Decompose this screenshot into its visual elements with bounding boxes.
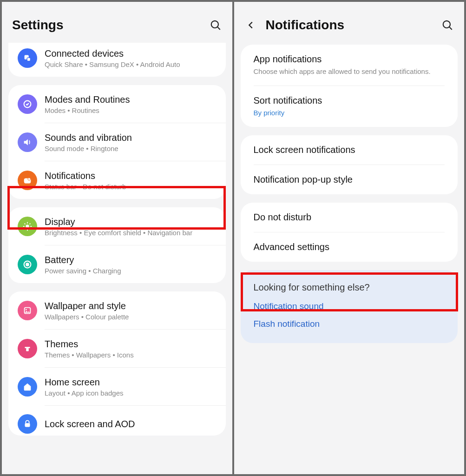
svg-line-15: [30, 223, 31, 224]
help-link-sound[interactable]: Notification sound: [254, 301, 445, 311]
settings-panel: Settings Connected devices Quick Share •…: [2, 2, 232, 474]
page-title: Notifications: [266, 18, 441, 33]
notifications-header: Notifications: [241, 8, 458, 45]
battery-icon: [18, 255, 37, 274]
wallpaper-icon: [18, 301, 37, 320]
item-title: Do not disturb: [254, 212, 445, 223]
item-lock-screen-notifications[interactable]: Lock screen notifications: [241, 135, 458, 165]
item-title: Sounds and vibration: [45, 132, 217, 144]
notifications-panel: Notifications App notifications Choose w…: [234, 2, 465, 474]
chevron-left-icon: [246, 20, 256, 30]
item-title: Lock screen notifications: [254, 145, 445, 155]
svg-line-14: [25, 228, 26, 229]
notifications-icon: [18, 171, 37, 190]
help-link-flash[interactable]: Flash notification: [254, 319, 445, 329]
item-title: Wallpaper and style: [45, 300, 217, 312]
sound-icon: [18, 132, 37, 152]
settings-item-themes[interactable]: Themes Themes • Wallpapers • Icons: [8, 330, 226, 367]
svg-point-6: [28, 178, 30, 180]
card-connected: Connected devices Quick Share • Samsung …: [8, 43, 226, 77]
search-button[interactable]: [441, 19, 454, 32]
settings-item-sounds[interactable]: Sounds and vibration Sound mode • Ringto…: [8, 123, 226, 161]
item-sub: Status bar • Do not disturb: [45, 183, 217, 191]
svg-line-23: [449, 27, 452, 29]
help-card: Looking for something else? Notification…: [241, 270, 458, 343]
item-sort-notifications[interactable]: Sort notifications By priority: [241, 86, 458, 127]
settings-item-modes[interactable]: Modes and Routines Modes • Routines: [8, 85, 226, 123]
svg-line-13: [30, 228, 31, 229]
item-title: App notifications: [254, 54, 445, 65]
card-group-style: Wallpaper and style Wallpapers • Colour …: [8, 291, 226, 436]
search-icon: [210, 19, 222, 31]
settings-item-notifications[interactable]: Notifications Status bar • Do not distur…: [8, 161, 226, 199]
item-title: Advanced settings: [254, 242, 445, 252]
item-title: Sort notifications: [254, 95, 445, 106]
item-sub: By priority: [254, 108, 445, 118]
settings-header: Settings: [8, 8, 226, 45]
card-lock-popup: Lock screen notifications Notification p…: [241, 135, 458, 194]
help-title: Looking for something else?: [254, 282, 445, 293]
item-title: Lock screen and AOD: [45, 418, 217, 430]
item-sub: Themes • Wallpapers • Icons: [45, 351, 217, 359]
item-sub: Sound mode • Ringtone: [45, 145, 217, 152]
svg-point-7: [26, 225, 29, 228]
card-group-notif: Modes and Routines Modes • Routines Soun…: [8, 85, 226, 199]
item-title: Connected devices: [45, 47, 217, 60]
svg-rect-21: [25, 423, 30, 427]
item-sub: Choose which apps are allowed to send yo…: [254, 66, 445, 76]
settings-item-wallpaper[interactable]: Wallpaper and style Wallpapers • Colour …: [8, 291, 226, 329]
search-button[interactable]: [209, 19, 222, 32]
settings-item-home[interactable]: Home screen Layout • App icon badges: [8, 368, 226, 405]
card-dnd-advanced: Do not disturb Advanced settings: [241, 203, 458, 262]
display-icon: [18, 217, 37, 236]
settings-item-battery[interactable]: Battery Power saving • Charging: [8, 245, 226, 283]
home-icon: [18, 377, 37, 397]
settings-item-lock[interactable]: Lock screen and AOD: [8, 406, 226, 436]
item-sub: Quick Share • Samsung DeX • Android Auto: [45, 60, 217, 68]
item-title: Notification pop-up style: [254, 174, 445, 185]
svg-point-22: [443, 21, 450, 28]
themes-icon: [18, 339, 37, 358]
svg-rect-20: [26, 348, 29, 351]
devices-icon: [18, 48, 37, 68]
svg-rect-3: [27, 58, 30, 61]
svg-point-0: [211, 21, 218, 28]
item-title: Battery: [45, 254, 217, 266]
item-title: Display: [45, 216, 217, 228]
item-app-notifications[interactable]: App notifications Choose which apps are …: [241, 45, 458, 86]
item-sub: Layout • App icon badges: [45, 389, 217, 397]
item-popup-style[interactable]: Notification pop-up style: [241, 165, 458, 194]
item-sub: Power saving • Charging: [45, 267, 217, 275]
settings-item-connected-devices[interactable]: Connected devices Quick Share • Samsung …: [8, 43, 226, 77]
svg-point-17: [26, 263, 29, 266]
item-sub: Brightness • Eye comfort shield • Naviga…: [45, 229, 217, 237]
page-title: Settings: [12, 18, 209, 33]
card-app-notifications: App notifications Choose which apps are …: [241, 45, 458, 127]
lock-icon: [18, 414, 37, 434]
item-advanced-settings[interactable]: Advanced settings: [241, 232, 458, 262]
svg-line-1: [217, 27, 220, 29]
item-title: Notifications: [45, 170, 217, 182]
svg-point-19: [26, 309, 27, 310]
routines-icon: [18, 94, 37, 114]
card-group-display: Display Brightness • Eye comfort shield …: [8, 207, 226, 283]
item-sub: Wallpapers • Colour palette: [45, 313, 217, 321]
item-sub: Modes • Routines: [45, 106, 217, 114]
item-do-not-disturb[interactable]: Do not disturb: [241, 203, 458, 232]
settings-item-display[interactable]: Display Brightness • Eye comfort shield …: [8, 207, 226, 245]
item-title: Home screen: [45, 376, 217, 388]
back-button[interactable]: [244, 19, 257, 32]
item-title: Themes: [45, 338, 217, 350]
item-title: Modes and Routines: [45, 93, 217, 106]
search-icon: [441, 19, 453, 31]
svg-line-12: [25, 223, 26, 224]
